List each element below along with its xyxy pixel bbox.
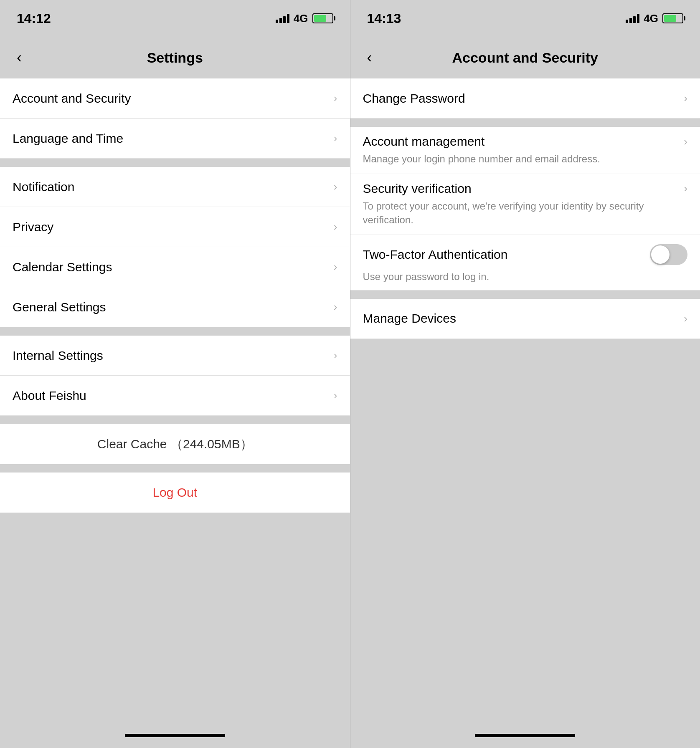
change-password-label: Change Password [363, 91, 684, 106]
chevron-icon: › [334, 349, 337, 362]
security-group-2: Account management › Manage your login p… [350, 127, 700, 291]
settings-item-label: General Settings [13, 300, 334, 314]
chevron-icon: › [684, 312, 687, 325]
security-group-3: Manage Devices › [350, 299, 700, 339]
divider-3 [0, 417, 350, 424]
settings-item-general[interactable]: General Settings › [0, 287, 350, 327]
left-status-icons: 4G [276, 12, 333, 25]
change-password-item[interactable]: Change Password › [350, 78, 700, 119]
chevron-icon: › [334, 132, 337, 145]
left-home-indicator [0, 723, 350, 748]
settings-item-account-security[interactable]: Account and Security › [0, 78, 350, 119]
divider-4 [0, 464, 350, 472]
chevron-icon: › [334, 260, 337, 273]
settings-item-label: Language and Time [13, 131, 334, 146]
right-status-icons: 4G [626, 12, 683, 25]
chevron-icon: › [334, 389, 337, 402]
home-bar [125, 734, 225, 737]
left-status-bar: 14:12 4G [0, 0, 350, 37]
divider-2 [0, 328, 350, 336]
right-nav-bar: ‹ Account and Security [350, 37, 700, 78]
settings-item-label: Privacy [13, 220, 334, 234]
chevron-icon: › [334, 180, 337, 193]
left-time: 14:12 [17, 11, 51, 26]
signal-icon [276, 14, 289, 23]
divider-1 [0, 159, 350, 167]
left-nav-title: Settings [147, 50, 203, 66]
account-management-row: Account management › [363, 134, 688, 149]
right-time: 14:13 [367, 11, 401, 26]
two-factor-subtitle: Use your password to log in. [350, 271, 700, 290]
security-verification-item[interactable]: Security verification › To protect your … [350, 174, 700, 235]
left-back-button[interactable]: ‹ [13, 45, 26, 71]
battery-icon [662, 13, 683, 23]
chevron-icon: › [334, 220, 337, 233]
settings-item-label: Calendar Settings [13, 260, 334, 274]
right-network: 4G [644, 12, 658, 25]
security-verification-row: Security verification › [363, 182, 688, 196]
right-status-bar: 14:13 4G [350, 0, 700, 37]
settings-item-language-time[interactable]: Language and Time › [0, 119, 350, 159]
settings-item-notification[interactable]: Notification › [0, 167, 350, 207]
settings-item-label: About Feishu [13, 389, 334, 403]
clear-cache-text: Clear Cache （244.05MB） [97, 436, 253, 453]
toggle-knob [651, 245, 670, 264]
manage-devices-item[interactable]: Manage Devices › [350, 299, 700, 339]
two-factor-section: Two-Factor Authentication Use your passw… [350, 235, 700, 291]
right-phone-panel: 14:13 4G ‹ Account and Security Change P… [350, 0, 700, 748]
left-phone-panel: 14:12 4G ‹ Settings Account and Security… [0, 0, 350, 748]
chevron-icon: › [684, 135, 687, 148]
settings-group-2: Notification › Privacy › Calendar Settin… [0, 167, 350, 327]
security-verification-subtitle: To protect your account, we're verifying… [363, 199, 688, 227]
settings-item-label: Account and Security [13, 91, 334, 106]
home-bar [475, 734, 575, 737]
right-security-list: Change Password › Account management › M… [350, 78, 700, 723]
settings-item-about[interactable]: About Feishu › [0, 376, 350, 416]
settings-item-label: Notification [13, 180, 334, 194]
account-management-item[interactable]: Account management › Manage your login p… [350, 127, 700, 174]
security-group-1: Change Password › [350, 78, 700, 119]
right-nav-title: Account and Security [452, 50, 598, 66]
chevron-icon: › [684, 182, 687, 195]
settings-group-1: Account and Security › Language and Time… [0, 78, 350, 159]
settings-item-internal[interactable]: Internal Settings › [0, 336, 350, 376]
two-factor-label: Two-Factor Authentication [363, 248, 650, 262]
right-home-indicator [350, 723, 700, 748]
chevron-icon: › [334, 301, 337, 313]
right-divider-1 [350, 119, 700, 127]
left-network: 4G [294, 12, 308, 25]
manage-devices-label: Manage Devices [363, 311, 684, 326]
two-factor-toggle[interactable] [650, 244, 687, 265]
right-divider-2 [350, 291, 700, 299]
settings-item-label: Internal Settings [13, 349, 334, 363]
settings-group-3: Internal Settings › About Feishu › [0, 336, 350, 416]
settings-item-privacy[interactable]: Privacy › [0, 207, 350, 247]
two-factor-row: Two-Factor Authentication [350, 235, 700, 271]
signal-icon [626, 14, 639, 23]
account-management-label: Account management [363, 134, 684, 149]
account-management-subtitle: Manage your login phone number and email… [363, 152, 688, 166]
left-settings-list: Account and Security › Language and Time… [0, 78, 350, 723]
settings-item-calendar[interactable]: Calendar Settings › [0, 247, 350, 287]
clear-cache-row[interactable]: Clear Cache （244.05MB） [0, 424, 350, 464]
battery-icon [312, 13, 333, 23]
logout-row[interactable]: Log Out [0, 473, 350, 513]
right-back-button[interactable]: ‹ [363, 45, 376, 71]
security-verification-label: Security verification [363, 182, 684, 196]
left-nav-bar: ‹ Settings [0, 37, 350, 78]
chevron-icon: › [334, 92, 337, 105]
logout-text: Log Out [152, 485, 197, 500]
chevron-icon: › [684, 92, 687, 105]
